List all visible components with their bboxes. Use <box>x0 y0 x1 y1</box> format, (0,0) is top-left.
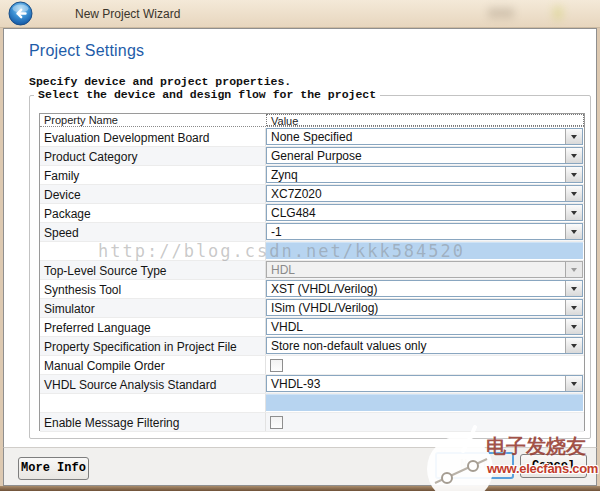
chevron-down-icon[interactable] <box>565 376 582 391</box>
chevron-down-icon[interactable] <box>565 205 582 220</box>
groupbox-label: Select the device and design flow for th… <box>34 88 380 101</box>
chevron-down-icon[interactable] <box>565 148 582 163</box>
table-row: Preferred LanguageVHDL <box>40 318 584 337</box>
table-row: Property Specification in Project FileSt… <box>40 337 584 356</box>
dropdown-triangle <box>571 306 577 313</box>
table-row: VHDL Source Analysis StandardVHDL-93 <box>40 375 584 394</box>
table-row: FamilyZynq <box>40 166 584 185</box>
value-combobox[interactable]: XST (VHDL/Verilog) <box>266 280 583 297</box>
value-combobox[interactable]: CLG484 <box>266 204 583 221</box>
titlebar-artifact <box>553 6 563 20</box>
dropdown-triangle <box>571 154 577 161</box>
dropdown-triangle <box>571 382 577 389</box>
value-checkbox[interactable] <box>270 416 283 429</box>
back-button[interactable] <box>8 1 33 26</box>
table-row: Synthesis ToolXST (VHDL/Verilog) <box>40 280 584 299</box>
property-name-cell: Product Category <box>40 147 266 165</box>
table-row: Manual Compile Order <box>40 356 584 375</box>
value-combobox: HDL <box>266 261 583 278</box>
next-button[interactable]: Next <box>435 452 514 479</box>
chevron-down-icon[interactable] <box>565 186 582 201</box>
window-title: New Project Wizard <box>75 7 180 21</box>
chevron-down-icon[interactable] <box>565 129 582 144</box>
dropdown-triangle <box>571 287 577 294</box>
dropdown-triangle <box>571 268 577 275</box>
chevron-down-icon[interactable] <box>565 319 582 334</box>
combobox-selected-value: General Purpose <box>271 149 362 164</box>
combobox-selected-value: XST (VHDL/Verilog) <box>271 282 377 297</box>
value-combobox[interactable]: XC7Z020 <box>266 185 583 202</box>
combobox-selected-value: CLG484 <box>271 206 316 221</box>
page-title: Project Settings <box>29 42 144 60</box>
table-body: Evaluation Development BoardNone Specifi… <box>40 128 584 430</box>
dropdown-triangle <box>571 230 577 237</box>
property-name-cell: Simulator <box>40 299 266 317</box>
combobox-selected-value: -1 <box>271 225 282 240</box>
table-row: Speed-1 <box>40 223 584 242</box>
property-value-cell <box>266 242 584 260</box>
dropdown-triangle <box>571 173 577 180</box>
property-value-cell <box>266 413 584 431</box>
combobox-selected-value: ISim (VHDL/Verilog) <box>271 301 378 316</box>
chevron-down-icon[interactable] <box>565 167 582 182</box>
dropdown-triangle <box>571 135 577 142</box>
new-project-wizard-window: New Project Wizard Project Settings Spec… <box>0 0 600 491</box>
combobox-selected-value: VHDL-93 <box>271 377 320 392</box>
selected-empty-value-cell[interactable] <box>266 242 583 259</box>
window-bottom-border <box>0 486 600 491</box>
property-name-cell: Preferred Language <box>40 318 266 336</box>
table-header-row: Property Name Value <box>40 114 584 127</box>
device-groupbox: Select the device and design flow for th… <box>29 95 591 439</box>
more-info-button[interactable]: More Info <box>18 457 89 480</box>
property-value-cell: HDL <box>266 261 584 279</box>
property-value-cell: VHDL-93 <box>266 375 584 393</box>
column-header-value: Value <box>266 114 584 126</box>
selected-empty-value-cell[interactable] <box>266 394 583 411</box>
table-row: DeviceXC7Z020 <box>40 185 584 204</box>
combobox-selected-value: None Specified <box>271 130 352 145</box>
property-name-cell: Property Specification in Project File <box>40 337 266 355</box>
wizard-page: Project Settings Specify device and proj… <box>3 28 597 447</box>
dropdown-triangle <box>571 192 577 199</box>
button-bar: More Info Next Cancel <box>3 447 597 486</box>
combobox-selected-value: Zynq <box>271 168 298 183</box>
value-combobox[interactable]: Store non-default values only <box>266 337 583 354</box>
value-combobox[interactable]: Zynq <box>266 166 583 183</box>
property-name-cell <box>40 394 266 412</box>
dropdown-triangle <box>571 211 577 218</box>
value-combobox[interactable]: ISim (VHDL/Verilog) <box>266 299 583 316</box>
value-combobox[interactable]: -1 <box>266 223 583 240</box>
dropdown-triangle <box>571 344 577 351</box>
column-header-property-name: Property Name <box>40 114 266 126</box>
combobox-selected-value: VHDL <box>271 320 303 335</box>
chevron-down-icon[interactable] <box>565 281 582 296</box>
cancel-button[interactable]: Cancel <box>520 454 587 478</box>
titlebar: New Project Wizard <box>0 0 600 28</box>
property-value-cell: None Specified <box>266 128 584 146</box>
value-combobox[interactable]: VHDL <box>266 318 583 335</box>
chevron-down-icon[interactable] <box>565 300 582 315</box>
value-combobox[interactable]: VHDL-93 <box>266 375 583 392</box>
chevron-down-icon <box>565 262 582 277</box>
value-checkbox[interactable] <box>270 359 283 372</box>
value-combobox[interactable]: General Purpose <box>266 147 583 164</box>
property-value-cell: VHDL <box>266 318 584 336</box>
table-row: PackageCLG484 <box>40 204 584 223</box>
property-name-cell <box>40 242 266 260</box>
property-value-cell: ISim (VHDL/Verilog) <box>266 299 584 317</box>
property-value-cell <box>266 394 584 412</box>
combobox-selected-value: HDL <box>271 263 295 278</box>
property-value-cell: Zynq <box>266 166 584 184</box>
table-row: Enable Message Filtering <box>40 413 584 432</box>
table-row: Evaluation Development BoardNone Specifi… <box>40 128 584 147</box>
property-name-cell: Top-Level Source Type <box>40 261 266 279</box>
value-combobox[interactable]: None Specified <box>266 128 583 145</box>
table-row: Product CategoryGeneral Purpose <box>40 147 584 166</box>
property-name-cell: VHDL Source Analysis Standard <box>40 375 266 393</box>
table-row <box>40 242 584 261</box>
property-name-cell: Manual Compile Order <box>40 356 266 374</box>
property-name-cell: Speed <box>40 223 266 241</box>
property-name-cell: Synthesis Tool <box>40 280 266 298</box>
chevron-down-icon[interactable] <box>565 224 582 239</box>
chevron-down-icon[interactable] <box>565 338 582 353</box>
